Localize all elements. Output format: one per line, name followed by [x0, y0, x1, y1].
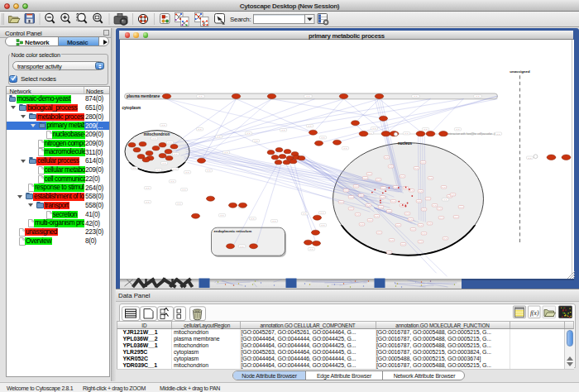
- svg-text:plasma membrane: plasma membrane: [127, 94, 160, 98]
- svg-text:[...]: [...]: [207, 170, 210, 172]
- svg-text:[...]: [...]: [401, 243, 404, 246]
- svg-text:[...]: [...]: [414, 167, 418, 170]
- svg-text:[...]: [...]: [199, 95, 202, 98]
- svg-text:[...]: [...]: [356, 213, 359, 216]
- svg-text:[...]: [...]: [251, 218, 254, 220]
- svg-text:[...]: [...]: [422, 208, 425, 211]
- svg-text:[...]: [...]: [443, 237, 447, 240]
- svg-text:[...]: [...]: [417, 200, 420, 203]
- svg-text:endoplasmic reticulum: endoplasmic reticulum: [213, 229, 251, 233]
- svg-text:[...]: [...]: [414, 95, 417, 98]
- svg-text:[...]: [...]: [433, 204, 436, 207]
- svg-text:[...]: [...]: [174, 153, 177, 155]
- svg-text:[...]: [...]: [379, 206, 382, 208]
- svg-text:[...]: [...]: [349, 196, 352, 198]
- svg-text:[...]: [...]: [439, 217, 443, 219]
- svg-text:[...]: [...]: [428, 177, 432, 179]
- svg-text:[...]: [...]: [224, 151, 227, 154]
- svg-text:[...]: [...]: [385, 156, 388, 159]
- svg-text:[...]: [...]: [459, 206, 462, 208]
- svg-text:[...]: [...]: [443, 198, 447, 201]
- svg-text:[...]: [...]: [321, 136, 324, 139]
- svg-text:[...]: [...]: [354, 185, 357, 188]
- svg-text:[...]: [...]: [380, 196, 384, 198]
- svg-text:[...]: [...]: [381, 187, 385, 189]
- svg-text:f(x): f(x): [530, 309, 539, 317]
- svg-text:[...]: [...]: [182, 189, 185, 191]
- svg-text:[...]: [...]: [400, 175, 404, 178]
- svg-text:[...]: [...]: [177, 203, 180, 205]
- svg-text:[...]: [...]: [217, 136, 220, 138]
- svg-text:[...]: [...]: [389, 165, 392, 168]
- svg-text:[...]: [...]: [454, 216, 457, 218]
- svg-text:[...]: [...]: [421, 161, 424, 164]
- svg-text:[...]: [...]: [405, 213, 409, 215]
- svg-text:[...]: [...]: [161, 124, 165, 127]
- svg-text:[...]: [...]: [170, 180, 174, 183]
- svg-text:[...]: [...]: [396, 224, 400, 227]
- svg-text:Search:: Search:: [230, 16, 251, 23]
- svg-text:[...]: [...]: [372, 127, 376, 130]
- svg-text:[...]: [...]: [442, 186, 445, 189]
- svg-text:[...]: [...]: [343, 147, 347, 150]
- svg-text:[...]: [...]: [451, 194, 454, 196]
- svg-text:[...]: [...]: [173, 168, 176, 170]
- svg-text:[...]: [...]: [168, 141, 171, 144]
- svg-text:[...]: [...]: [419, 224, 422, 227]
- svg-text:[...]: [...]: [409, 189, 413, 192]
- svg-text:[...]: [...]: [363, 177, 366, 179]
- svg-text:[...]: [...]: [377, 232, 380, 234]
- svg-text:[...]: [...]: [308, 125, 311, 127]
- svg-text:[...]: [...]: [496, 132, 500, 135]
- svg-text:[...]: [...]: [162, 162, 165, 165]
- svg-text:[...]: [...]: [220, 214, 223, 217]
- svg-text:[...]: [...]: [321, 224, 324, 227]
- svg-text:[...]: [...]: [528, 156, 531, 159]
- svg-text:[...]: [...]: [375, 215, 378, 218]
- svg-text:[...]: [...]: [339, 201, 342, 203]
- svg-text:nucleus: nucleus: [398, 141, 412, 145]
- svg-text:[...]: [...]: [281, 129, 285, 131]
- svg-text:[...]: [...]: [254, 140, 257, 142]
- svg-text:[...]: [...]: [246, 132, 250, 135]
- svg-text:[...]: [...]: [344, 189, 347, 192]
- svg-text:[...]: [...]: [390, 239, 393, 241]
- svg-text:[...]: [...]: [404, 132, 408, 135]
- svg-text:[...]: [...]: [411, 228, 414, 231]
- svg-text:[...]: [...]: [476, 95, 479, 98]
- svg-text:[...]: [...]: [360, 223, 363, 226]
- svg-text:[...]: [...]: [391, 200, 395, 203]
- svg-text:[...]: [...]: [185, 171, 189, 174]
- svg-text:[...]: [...]: [198, 128, 201, 131]
- svg-text:[...]: [...]: [359, 194, 362, 197]
- svg-text:[...]: [...]: [376, 179, 380, 181]
- svg-text:[...]: [...]: [320, 212, 323, 214]
- svg-text:[...]: [...]: [422, 232, 425, 235]
- svg-text:[...]: [...]: [426, 198, 429, 200]
- svg-text:mitochondrion: mitochondrion: [143, 131, 170, 136]
- svg-text:[...]: [...]: [146, 201, 149, 203]
- svg-text:[...]: [...]: [419, 241, 422, 243]
- svg-text:[...]: [...]: [349, 208, 352, 210]
- svg-text:[...]: [...]: [156, 169, 160, 171]
- svg-text:[...]: [...]: [456, 128, 459, 131]
- svg-text:[...]: [...]: [272, 220, 275, 222]
- svg-text:[...]: [...]: [419, 190, 422, 193]
- svg-text:[...]: [...]: [306, 95, 309, 98]
- svg-text:[...]: [...]: [438, 208, 441, 210]
- svg-text:cytoplasm: cytoplasm: [122, 106, 141, 110]
- svg-text:[...]: [...]: [428, 222, 431, 225]
- svg-text:[...]: [...]: [409, 218, 412, 221]
- svg-text:[...]: [...]: [423, 128, 427, 131]
- svg-text:[...]: [...]: [303, 213, 306, 215]
- svg-text:[...]: [...]: [152, 137, 156, 140]
- svg-text:[...]: [...]: [366, 204, 370, 207]
- svg-text:[...]: [...]: [309, 248, 313, 251]
- svg-text:[...]: [...]: [367, 173, 371, 175]
- svg-text:[...]: [...]: [387, 210, 390, 213]
- svg-text:[...]: [...]: [132, 167, 136, 170]
- svg-text:unassigned: unassigned: [510, 69, 530, 74]
- svg-text:interaction with host(l)he cel: interaction with host(l)he cell(vacuolar…: [447, 132, 495, 136]
- svg-text:[...]: [...]: [394, 186, 397, 189]
- svg-text:[...]: [...]: [368, 131, 371, 134]
